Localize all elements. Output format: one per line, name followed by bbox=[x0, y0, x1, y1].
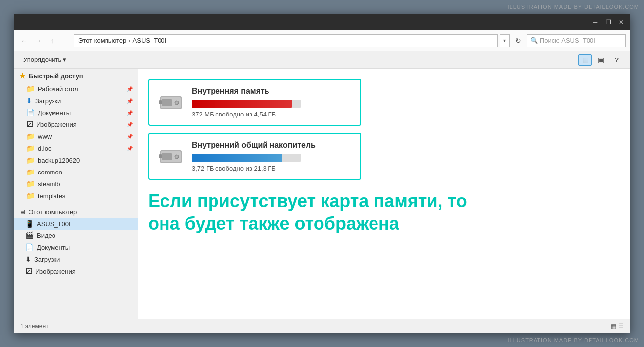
dl-icon: ⬇ bbox=[25, 255, 31, 263]
drive-card-shared[interactable]: Внутренний общий накопитель 3,72 ГБ своб… bbox=[148, 133, 361, 180]
refresh-button[interactable]: ↻ bbox=[512, 34, 525, 47]
toolbar: Упорядочить ▾ ▦ ▣ ? bbox=[14, 51, 630, 69]
svg-rect-9 bbox=[159, 154, 162, 158]
drive-bar-container-shared bbox=[192, 154, 301, 162]
sidebar-label-dloc: d.loc bbox=[38, 145, 51, 152]
drive-icon-shared bbox=[158, 146, 184, 167]
sidebar: ★ Быстрый доступ 📁 Рабочий стол 📌 ⬇ Загр… bbox=[14, 69, 138, 319]
sidebar-label-asus: ASUS_T00I bbox=[37, 220, 71, 228]
drive-free-shared: 3,72 ГБ свободно из 21,3 ГБ bbox=[192, 165, 351, 172]
quick-access-label: Быстрый доступ bbox=[29, 72, 83, 80]
sidebar-item-desktop[interactable]: 📁 Рабочий стол 📌 bbox=[14, 83, 138, 95]
pin-icon-6: 📌 bbox=[127, 146, 133, 151]
svg-rect-8 bbox=[162, 153, 172, 160]
folder-icon-www: 📁 bbox=[26, 132, 35, 140]
explorer-window: ─ ❐ ✕ ← → ↑ 🖥 Этот компьютер › ASUS_T00I… bbox=[14, 14, 630, 333]
pin-icon-4: 📌 bbox=[127, 122, 133, 127]
computer-section-label: Этот компьютер bbox=[29, 208, 77, 216]
drive-icon-internal bbox=[158, 92, 184, 113]
sidebar-label-images: Изображения bbox=[36, 121, 77, 128]
sort-arrow-icon: ▾ bbox=[63, 56, 66, 63]
address-path[interactable]: Этот компьютер › ASUS_T00I bbox=[74, 34, 498, 47]
sidebar-item-dl[interactable]: ⬇ Загрузки bbox=[14, 253, 138, 265]
status-view-icon-2[interactable]: ☰ bbox=[618, 323, 624, 330]
folder-icon-templates: 📁 bbox=[26, 192, 35, 200]
svg-rect-2 bbox=[162, 99, 172, 106]
content-area: Внутренняя память 372 МБ свободно из 4,5… bbox=[138, 69, 630, 319]
sidebar-label-dl: Загрузки bbox=[34, 256, 60, 263]
sidebar-item-asus[interactable]: 📱 ASUS_T00I bbox=[14, 218, 138, 230]
star-icon: ★ bbox=[19, 72, 26, 80]
watermark-bottom: ILLUSTRATION MADE BY DETAILLOOK.COM bbox=[508, 337, 639, 343]
close-button[interactable]: ✕ bbox=[616, 18, 627, 27]
img-icon: 🖼 bbox=[25, 267, 32, 275]
title-bar: ─ ❐ ✕ bbox=[14, 14, 630, 30]
sidebar-label-templates: templates bbox=[38, 192, 65, 200]
sidebar-item-video[interactable]: 🎬 Видео bbox=[14, 230, 138, 241]
video-icon: 🎬 bbox=[25, 231, 34, 239]
pin-icon-2: 📌 bbox=[127, 98, 133, 104]
annotation-text: Если присутствует карта памяти, то она б… bbox=[148, 190, 495, 234]
search-box[interactable]: 🔍 Поиск: ASUS_T00I bbox=[527, 34, 626, 47]
sidebar-item-backup[interactable]: 📁 backup120620 bbox=[14, 154, 138, 166]
sidebar-item-www[interactable]: 📁 www 📌 bbox=[14, 130, 138, 142]
drive-bar-red bbox=[192, 100, 292, 108]
sidebar-item-documents[interactable]: 📄 Документы 📌 bbox=[14, 107, 138, 118]
drive-info-shared: Внутренний общий накопитель 3,72 ГБ своб… bbox=[192, 141, 351, 172]
restore-button[interactable]: ❐ bbox=[603, 18, 614, 27]
search-placeholder-text: Поиск: ASUS_T00I bbox=[540, 37, 595, 44]
sidebar-item-common[interactable]: 📁 common bbox=[14, 166, 138, 178]
back-button[interactable]: ← bbox=[18, 35, 30, 47]
pin-icon-5: 📌 bbox=[127, 134, 133, 139]
up-button[interactable]: ↑ bbox=[46, 35, 58, 47]
computer-section-header[interactable]: 🖥 Этот компьютер bbox=[14, 206, 138, 218]
drive-card-internal[interactable]: Внутренняя память 372 МБ свободно из 4,5… bbox=[148, 79, 361, 126]
folder-icon: 📁 bbox=[26, 85, 35, 93]
drive-info-internal: Внутренняя память 372 МБ свободно из 4,5… bbox=[192, 87, 351, 118]
minimize-button[interactable]: ─ bbox=[590, 18, 601, 27]
drive-bar-blue bbox=[192, 154, 282, 162]
sidebar-label-steamlb: steamlb bbox=[38, 180, 60, 188]
main-area: ★ Быстрый доступ 📁 Рабочий стол 📌 ⬇ Загр… bbox=[14, 69, 630, 319]
address-dropdown[interactable]: ▾ bbox=[500, 34, 510, 47]
image-icon: 🖼 bbox=[26, 120, 33, 128]
sidebar-item-downloads[interactable]: ⬇ Загрузки 📌 bbox=[14, 95, 138, 107]
toolbar-right: ▦ ▣ ? bbox=[578, 54, 624, 66]
sidebar-label-img: Изображения bbox=[35, 268, 76, 275]
sidebar-label-www: www bbox=[38, 133, 52, 140]
quick-access-header: ★ Быстрый доступ bbox=[14, 69, 138, 83]
svg-point-11 bbox=[176, 156, 178, 158]
status-view-icon-1[interactable]: ▦ bbox=[611, 323, 616, 330]
items-count: 1 элемент bbox=[20, 323, 49, 330]
path-device: ASUS_T00I bbox=[133, 37, 167, 44]
path-separator: › bbox=[128, 37, 130, 44]
sidebar-item-docs[interactable]: 📄 Документы bbox=[14, 241, 138, 253]
docs-icon: 📄 bbox=[25, 243, 34, 251]
folder-icon-dloc: 📁 bbox=[26, 144, 35, 152]
svg-point-5 bbox=[176, 102, 178, 104]
view-panel-button[interactable]: ▣ bbox=[594, 54, 608, 66]
device-icon-asus: 📱 bbox=[25, 220, 34, 228]
status-right: ▦ ☰ bbox=[611, 323, 624, 330]
sidebar-item-templates[interactable]: 📁 templates bbox=[14, 190, 138, 202]
pin-icon-3: 📌 bbox=[127, 110, 133, 116]
folder-icon-steamlb: 📁 bbox=[26, 180, 35, 188]
sidebar-item-images[interactable]: 🖼 Изображения 📌 bbox=[14, 118, 138, 130]
view-grid-button[interactable]: ▦ bbox=[578, 54, 592, 66]
forward-button[interactable]: → bbox=[32, 35, 44, 47]
sidebar-item-img[interactable]: 🖼 Изображения bbox=[14, 265, 138, 277]
help-button[interactable]: ? bbox=[610, 54, 624, 66]
watermark-top: ILLUSTRATION MADE BY DETAILLOOK.COM bbox=[508, 4, 639, 10]
computer-drive-icon: 🖥 bbox=[62, 36, 70, 45]
sidebar-label-video: Видео bbox=[37, 232, 55, 239]
status-bar: 1 элемент ▦ ☰ bbox=[14, 319, 630, 333]
sidebar-item-dloc[interactable]: 📁 d.loc 📌 bbox=[14, 142, 138, 154]
pin-icon: 📌 bbox=[127, 86, 133, 92]
drive-free-internal: 372 МБ свободно из 4,54 ГБ bbox=[192, 111, 351, 118]
drive-cards: Внутренняя память 372 МБ свободно из 4,5… bbox=[148, 79, 620, 180]
computer-icon: 🖥 bbox=[19, 208, 26, 216]
sidebar-item-steamlb[interactable]: 📁 steamlb bbox=[14, 178, 138, 190]
sort-button[interactable]: Упорядочить ▾ bbox=[20, 54, 69, 65]
sidebar-label-common: common bbox=[38, 169, 62, 176]
drive-name-internal: Внутренняя память bbox=[192, 87, 351, 96]
